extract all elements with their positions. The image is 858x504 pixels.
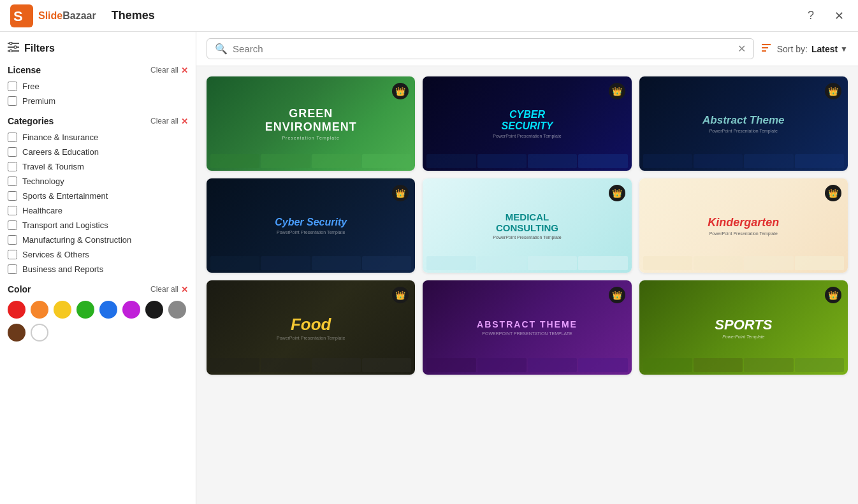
mini-slides — [423, 254, 631, 273]
premium-badge: 👑 — [609, 287, 625, 303]
category-services[interactable]: Services & Others — [8, 250, 188, 259]
mini-slide — [744, 358, 793, 372]
category-technology-label: Technology — [22, 176, 64, 186]
theme-card-9[interactable]: SPORTS PowerPoint Template 👑 — [639, 280, 848, 375]
license-free[interactable]: Free — [8, 82, 188, 91]
mini-slide — [312, 154, 361, 168]
license-section-header: License Clear all ✕ — [8, 65, 188, 75]
theme-card-visual: Food PowerPoint Presentation Template — [207, 280, 415, 375]
category-healthcare-checkbox[interactable] — [8, 206, 17, 215]
mini-slide — [426, 256, 476, 270]
category-manufacturing-checkbox[interactable] — [8, 235, 17, 245]
category-careers[interactable]: Careers & Education — [8, 147, 188, 157]
sort-icon — [762, 43, 773, 55]
category-technology-checkbox[interactable] — [8, 176, 17, 186]
mini-slide — [477, 358, 527, 372]
search-input[interactable] — [233, 43, 732, 54]
category-business-checkbox[interactable] — [8, 264, 17, 274]
premium-badge: 👑 — [609, 185, 625, 201]
mini-slide — [643, 256, 692, 270]
theme-card-1[interactable]: GREENENVIRONMENT Presentation Template 👑 — [207, 76, 415, 171]
category-transport[interactable]: Transport and Logistics — [8, 220, 188, 230]
color-swatch-orange[interactable] — [31, 301, 48, 319]
category-business[interactable]: Business and Reports — [8, 264, 188, 274]
sidebar: Filters License Clear all ✕ Free Premium — [0, 32, 196, 504]
theme-card-8[interactable]: ABSTRACT THEME POWERPOINT PRESENTATION T… — [423, 280, 631, 375]
color-swatch-black[interactable] — [145, 301, 163, 319]
theme-card-visual: Cyber Security PowerPoint Presentation T… — [207, 178, 415, 273]
sort-label: Sort by: — [777, 44, 808, 54]
category-services-checkbox[interactable] — [8, 250, 17, 259]
theme-card-4[interactable]: Cyber Security PowerPoint Presentation T… — [207, 178, 415, 273]
mini-slide — [312, 256, 361, 270]
color-swatch-purple[interactable] — [122, 301, 140, 319]
mini-slide — [578, 154, 627, 168]
main-content: Filters License Clear all ✕ Free Premium — [0, 32, 858, 504]
color-swatch-brown[interactable] — [8, 324, 25, 342]
sort-chevron-icon: ▼ — [840, 45, 848, 54]
title-bar: S SlideBazaar Themes ? ✕ — [0, 0, 858, 32]
mini-slide — [477, 154, 527, 168]
mini-slide — [744, 154, 793, 168]
theme-card-visual: MEDICALCONSULTING PowerPoint Presentatio… — [423, 178, 631, 273]
mini-slide — [426, 154, 476, 168]
sort-area: Sort by: Latest ▼ — [762, 43, 848, 55]
help-button[interactable]: ? — [802, 7, 820, 25]
help-icon: ? — [808, 9, 814, 22]
search-icon: 🔍 — [215, 43, 228, 55]
category-careers-checkbox[interactable] — [8, 147, 17, 157]
license-premium-checkbox[interactable] — [8, 96, 17, 106]
mini-slide — [210, 256, 259, 270]
theme-card-7[interactable]: Food PowerPoint Presentation Template 👑 — [207, 280, 415, 375]
category-sports-label: Sports & Entertainment — [22, 191, 108, 201]
premium-badge: 👑 — [825, 83, 841, 99]
right-panel: 🔍 ✕ Sort by: Latest ▼ — [196, 32, 858, 504]
color-swatch-white[interactable] — [31, 324, 48, 342]
category-travel-label: Travel & Tourism — [22, 162, 84, 171]
search-clear-button[interactable]: ✕ — [738, 43, 746, 55]
category-travel-checkbox[interactable] — [8, 162, 17, 171]
mini-slides — [423, 152, 631, 171]
mini-slide — [261, 358, 310, 372]
category-finance[interactable]: Finance & Insurance — [8, 133, 188, 142]
mini-slide — [795, 256, 844, 270]
category-healthcare-label: Healthcare — [22, 206, 62, 215]
category-healthcare[interactable]: Healthcare — [8, 206, 188, 215]
mini-slides — [423, 356, 631, 375]
category-finance-checkbox[interactable] — [8, 133, 17, 142]
color-swatch-gray[interactable] — [168, 301, 186, 319]
mini-slide — [210, 358, 259, 372]
app-window: S SlideBazaar Themes ? ✕ — [0, 0, 858, 504]
close-button[interactable]: ✕ — [830, 7, 848, 25]
category-sports[interactable]: Sports & Entertainment — [8, 191, 188, 201]
theme-card-2[interactable]: CYBERSECURITY PowerPoint Presentation Te… — [423, 76, 631, 171]
sort-value: Latest — [811, 44, 838, 54]
license-premium-label: Premium — [22, 96, 55, 106]
theme-card-6[interactable]: Kindergarten PowerPoint Presentation Tem… — [639, 178, 848, 273]
category-manufacturing[interactable]: Manufacturing & Construction — [8, 235, 188, 245]
category-technology[interactable]: Technology — [8, 176, 188, 186]
color-swatch-green[interactable] — [76, 301, 94, 319]
mini-slide — [426, 358, 476, 372]
category-transport-checkbox[interactable] — [8, 220, 17, 230]
license-premium[interactable]: Premium — [8, 96, 188, 106]
categories-clear-all[interactable]: Clear all ✕ — [150, 117, 188, 126]
color-swatch-red[interactable] — [8, 301, 25, 319]
category-travel[interactable]: Travel & Tourism — [8, 162, 188, 171]
sort-value-button[interactable]: Latest ▼ — [811, 44, 848, 54]
color-swatch-blue[interactable] — [99, 301, 117, 319]
mini-slide — [578, 358, 627, 372]
category-sports-checkbox[interactable] — [8, 191, 17, 201]
license-options: Free Premium — [8, 82, 188, 106]
theme-card-visual: CYBERSECURITY PowerPoint Presentation Te… — [423, 76, 631, 171]
category-business-label: Business and Reports — [22, 264, 103, 274]
filters-title: Filters — [24, 43, 55, 54]
license-free-checkbox[interactable] — [8, 82, 17, 91]
category-finance-label: Finance & Insurance — [22, 133, 98, 142]
license-clear-all[interactable]: Clear all ✕ — [150, 66, 188, 75]
theme-card-3[interactable]: Abstract Theme PowerPoint Presentation T… — [639, 76, 848, 171]
color-clear-all[interactable]: Clear all ✕ — [150, 285, 188, 294]
theme-card-5[interactable]: MEDICALCONSULTING PowerPoint Presentatio… — [423, 178, 631, 273]
color-swatch-yellow[interactable] — [54, 301, 71, 319]
svg-point-7 — [10, 50, 12, 52]
